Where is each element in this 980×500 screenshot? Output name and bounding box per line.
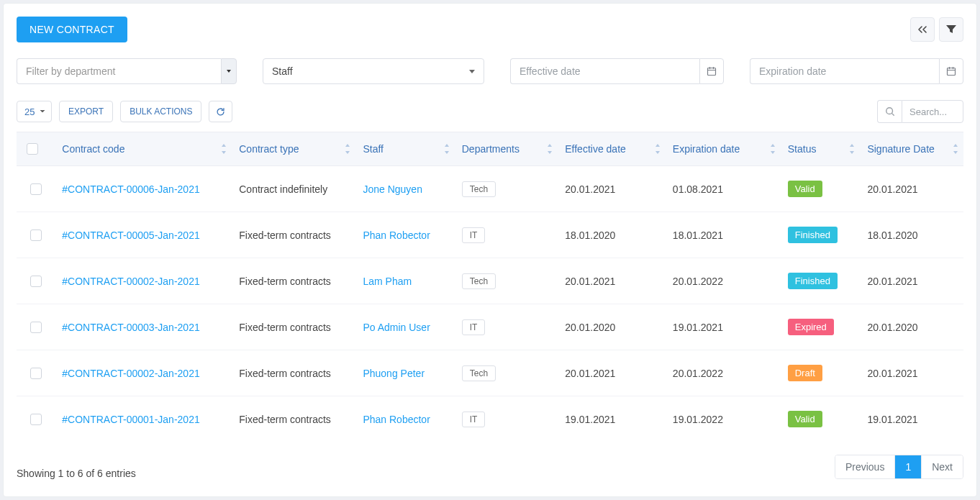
refresh-button[interactable] xyxy=(209,101,232,122)
svg-rect-0 xyxy=(708,68,716,76)
header-status[interactable]: Status xyxy=(781,132,861,166)
header-type-label: Contract type xyxy=(239,143,299,155)
caret-down-icon xyxy=(469,70,475,73)
cell-staff: Phan Robector xyxy=(355,212,454,258)
new-contract-button[interactable]: NEW CONTRACT xyxy=(17,17,127,42)
filters-row: Filter by department Staff xyxy=(17,58,963,84)
cell-status: Finished xyxy=(781,258,861,304)
expiration-date-input[interactable] xyxy=(750,58,939,84)
header-signature[interactable]: Signature Date xyxy=(860,132,963,166)
effective-date-input[interactable] xyxy=(510,58,699,84)
header-expiration[interactable]: Expiration date xyxy=(666,132,781,166)
collapse-button[interactable] xyxy=(910,17,935,42)
filter-toggle-button[interactable] xyxy=(939,17,963,42)
header-select-all xyxy=(17,132,55,166)
cell-department: IT xyxy=(455,396,558,442)
row-select-checkbox[interactable] xyxy=(30,183,42,195)
row-select-checkbox[interactable] xyxy=(30,229,42,241)
status-badge: Finished xyxy=(788,273,838,289)
staff-link[interactable]: Phan Robector xyxy=(363,229,430,241)
cell-expiration-date: 18.01.2021 xyxy=(666,212,781,258)
cell-expiration-date: 20.01.2022 xyxy=(666,350,781,396)
caret-down-icon xyxy=(227,70,231,73)
cell-expiration-date: 01.08.2021 xyxy=(666,166,781,212)
contract-code-link[interactable]: #CONTRACT-00002-Jan-2021 xyxy=(62,276,199,287)
page-size-select[interactable]: 25 xyxy=(17,101,52,122)
staff-link[interactable]: Phuong Peter xyxy=(363,368,425,379)
status-badge: Valid xyxy=(788,411,822,427)
table-row: #CONTRACT-00002-Jan-2021Fixed-term contr… xyxy=(17,258,963,304)
pagination: Previous 1 Next xyxy=(835,455,963,479)
cell-signature-date: 20.01.2021 xyxy=(860,166,963,212)
header-effective[interactable]: Effective date xyxy=(558,132,666,166)
staff-link[interactable]: Lam Pham xyxy=(363,276,412,287)
sort-icon xyxy=(769,143,776,155)
row-select-checkbox[interactable] xyxy=(30,414,42,425)
cell-status: Valid xyxy=(781,396,861,442)
table-toolbar: 25 EXPORT BULK ACTIONS xyxy=(17,100,963,123)
department-filter-caret[interactable] xyxy=(221,58,237,84)
department-filter[interactable]: Filter by department xyxy=(17,58,237,84)
contract-code-link[interactable]: #CONTRACT-00003-Jan-2021 xyxy=(62,322,199,333)
cell-staff: Po Admin User xyxy=(355,304,454,350)
table-row: #CONTRACT-00006-Jan-2021Contract indefin… xyxy=(17,166,963,212)
department-chip: IT xyxy=(462,412,486,427)
cell-staff: Phan Robector xyxy=(355,396,454,442)
status-badge: Draft xyxy=(788,365,822,381)
cell-signature-date: 20.01.2020 xyxy=(860,304,963,350)
cell-effective-date: 18.01.2020 xyxy=(558,212,666,258)
row-select-checkbox[interactable] xyxy=(30,368,42,379)
cell-department: IT xyxy=(455,212,558,258)
department-chip: Tech xyxy=(462,273,496,289)
search-icon xyxy=(885,106,895,117)
header-staff[interactable]: Staff xyxy=(355,132,454,166)
cell-status: Draft xyxy=(781,350,861,396)
staff-link[interactable]: Phan Robector xyxy=(363,414,430,425)
pagination-next-button[interactable]: Next xyxy=(922,455,963,478)
pagination-page-1-button[interactable]: 1 xyxy=(895,455,922,478)
header-dept[interactable]: Departments xyxy=(455,132,558,166)
sort-icon xyxy=(952,143,959,155)
contract-code-link[interactable]: #CONTRACT-00001-Jan-2021 xyxy=(62,414,199,425)
row-select-cell xyxy=(17,396,55,442)
cell-contract-type: Fixed-term contracts xyxy=(232,304,355,350)
header-code[interactable]: Contract code xyxy=(55,132,232,166)
cell-contract-type: Fixed-term contracts xyxy=(232,350,355,396)
contract-code-link[interactable]: #CONTRACT-00002-Jan-2021 xyxy=(62,368,199,379)
entries-info: Showing 1 to 6 of 6 entries xyxy=(17,468,136,479)
row-select-cell xyxy=(17,304,55,350)
cell-effective-date: 19.01.2021 xyxy=(558,396,666,442)
select-all-checkbox[interactable] xyxy=(27,143,38,155)
row-select-checkbox[interactable] xyxy=(30,276,42,287)
row-select-checkbox[interactable] xyxy=(30,322,42,333)
bulk-actions-button[interactable]: BULK ACTIONS xyxy=(120,101,201,122)
calendar-icon xyxy=(946,66,956,76)
cell-effective-date: 20.01.2021 xyxy=(558,350,666,396)
contract-code-link[interactable]: #CONTRACT-00005-Jan-2021 xyxy=(62,229,199,241)
staff-filter[interactable]: Staff xyxy=(263,58,484,84)
row-select-cell xyxy=(17,258,55,304)
search-input[interactable] xyxy=(902,100,963,123)
contract-code-link[interactable]: #CONTRACT-00006-Jan-2021 xyxy=(62,183,199,195)
cell-status: Expired xyxy=(781,304,861,350)
filter-icon xyxy=(946,25,956,34)
header-signature-label: Signature Date xyxy=(867,143,934,155)
cell-contract-code: #CONTRACT-00006-Jan-2021 xyxy=(55,166,232,212)
staff-link[interactable]: Jone Nguyen xyxy=(363,183,422,195)
header-type[interactable]: Contract type xyxy=(232,132,355,166)
sort-icon xyxy=(220,143,227,155)
table-row: #CONTRACT-00005-Jan-2021Fixed-term contr… xyxy=(17,212,963,258)
cell-status: Valid xyxy=(781,166,861,212)
cell-contract-code: #CONTRACT-00005-Jan-2021 xyxy=(55,212,232,258)
staff-link[interactable]: Po Admin User xyxy=(363,322,430,333)
cell-contract-type: Fixed-term contracts xyxy=(232,396,355,442)
row-select-cell xyxy=(17,166,55,212)
cell-department: IT xyxy=(455,304,558,350)
pagination-prev-button[interactable]: Previous xyxy=(835,455,895,478)
search-button[interactable] xyxy=(877,100,902,123)
cell-signature-date: 19.01.2021 xyxy=(860,396,963,442)
effective-date-picker-button[interactable] xyxy=(699,58,724,84)
cell-effective-date: 20.01.2021 xyxy=(558,166,666,212)
export-button[interactable]: EXPORT xyxy=(59,101,113,122)
expiration-date-picker-button[interactable] xyxy=(939,58,963,84)
